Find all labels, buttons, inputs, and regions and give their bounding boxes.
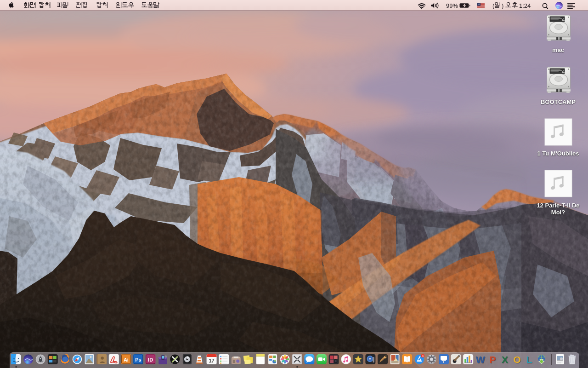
svg-text:Ai: Ai xyxy=(124,357,129,362)
svg-text:17: 17 xyxy=(209,358,214,363)
svg-text:99%: 99% xyxy=(446,2,458,9)
svg-text:O: O xyxy=(513,354,520,365)
svg-text:(: ( xyxy=(492,2,495,9)
svg-text:Ps: Ps xyxy=(135,357,141,362)
svg-text:4: 4 xyxy=(422,354,424,357)
svg-text:1:24: 1:24 xyxy=(519,2,531,9)
svg-text:): ) xyxy=(502,2,503,9)
svg-text:X: X xyxy=(502,354,508,365)
svg-text:ID: ID xyxy=(148,357,153,362)
svg-text:P: P xyxy=(489,354,496,365)
svg-text:W: W xyxy=(476,354,485,365)
svg-text:L: L xyxy=(526,354,532,365)
